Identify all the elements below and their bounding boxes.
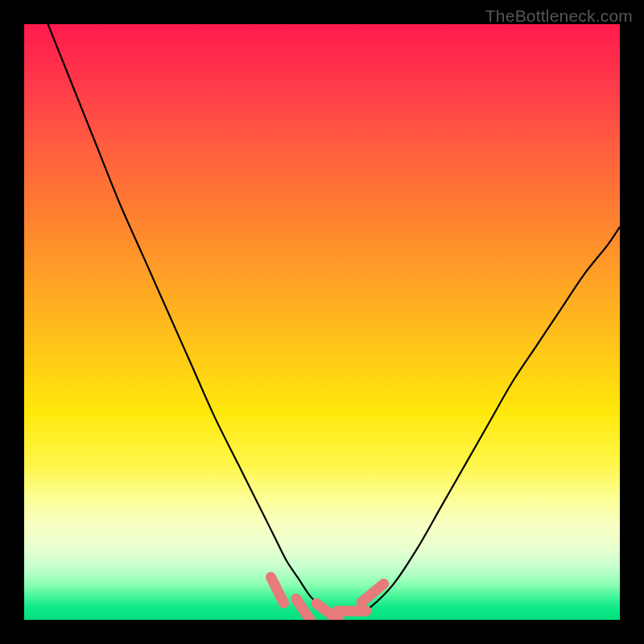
marker-bottom-1 xyxy=(296,599,312,620)
marker-left-end xyxy=(270,577,283,603)
chart-frame: TheBottleneck.com xyxy=(0,0,644,644)
chart-plot-area xyxy=(24,24,620,620)
markers-group xyxy=(270,577,383,620)
bottleneck-curve xyxy=(48,24,620,614)
watermark-text: TheBottleneck.com xyxy=(485,6,633,26)
chart-svg xyxy=(24,24,620,620)
